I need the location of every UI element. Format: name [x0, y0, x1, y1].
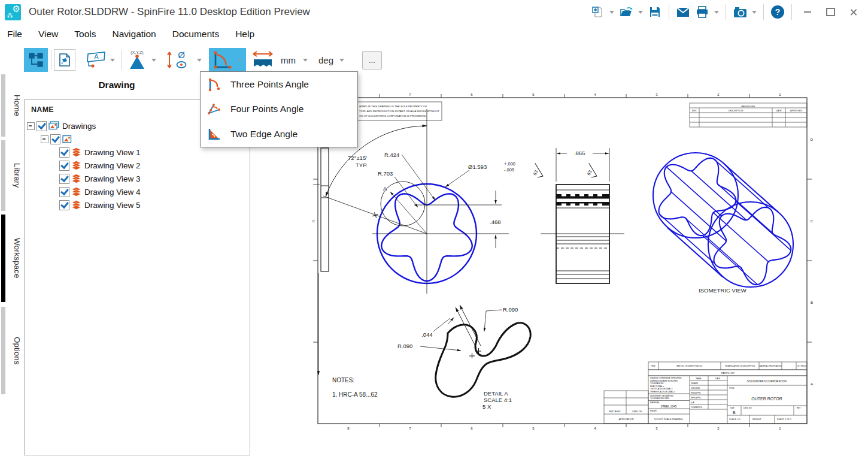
svg-text:1: 1: [779, 427, 781, 430]
tree-label-view: Drawing View 3: [84, 174, 141, 183]
gear-icon: ⚙: [13, 4, 20, 14]
tree-row-view-1[interactable]: Drawing View 1: [25, 146, 250, 159]
new-document-button[interactable]: [590, 4, 605, 20]
open-button[interactable]: [618, 4, 634, 20]
sidebar-tab-options[interactable]: Options: [0, 307, 22, 394]
close-button[interactable]: [843, 4, 863, 20]
diameter-dropdown-chevron[interactable]: [197, 59, 202, 62]
iso-face-b: [714, 207, 791, 285]
sheet-checkbox[interactable]: [50, 134, 60, 144]
view-checkbox[interactable]: [59, 147, 69, 158]
help-button[interactable]: ?: [770, 4, 785, 20]
drawings-checkbox[interactable]: [37, 121, 47, 131]
svg-text:UNLESS OTHERWISE SPECIFIED:: UNLESS OTHERWISE SPECIFIED:: [650, 377, 682, 379]
menu-view[interactable]: View: [38, 29, 58, 40]
svg-text:SOLIDWORKS CORPORATION: SOLIDWORKS CORPORATION: [747, 380, 787, 383]
coordinate-dropdown-chevron[interactable]: [151, 59, 156, 62]
separator: [726, 4, 726, 20]
svg-text:R.090: R.090: [397, 343, 412, 349]
screenshot-dropdown-chevron[interactable]: [752, 11, 757, 14]
view-checkbox[interactable]: [59, 200, 69, 210]
tree-label-drawings: Drawings: [62, 122, 96, 131]
markup-dropdown-chevron[interactable]: [110, 59, 115, 62]
print-button[interactable]: [694, 4, 710, 20]
menu-item-four-points-angle[interactable]: Four Points Angle: [201, 97, 357, 122]
new-document-dropdown-chevron[interactable]: [609, 11, 614, 14]
svg-text:PARTS LIST: PARTS LIST: [721, 372, 735, 375]
menu-item-two-edge-angle[interactable]: Two Edge Angle: [201, 122, 357, 147]
maximize-icon: [826, 8, 835, 16]
angle-measure-button-active[interactable]: [209, 48, 246, 72]
collapse-icon[interactable]: [27, 122, 35, 130]
svg-text:MATERIAL SPECIFICATION: MATERIAL SPECIFICATION: [760, 365, 782, 367]
close-icon: [849, 8, 857, 16]
angle-dropdown-chevron[interactable]: [237, 59, 242, 62]
svg-text:B: B: [733, 410, 736, 415]
sidebar-tab-workspace[interactable]: Workspace: [0, 215, 22, 302]
model-structure-button[interactable]: [24, 48, 48, 72]
tree-row-view-3[interactable]: Drawing View 3: [25, 172, 250, 185]
print-dropdown-chevron[interactable]: [714, 11, 719, 14]
maximize-button[interactable]: [820, 4, 840, 20]
menu-file[interactable]: File: [7, 29, 22, 40]
menu-navigation[interactable]: Navigation: [113, 29, 156, 40]
partial-view-left[interactable]: [313, 148, 329, 375]
appearance-button[interactable]: [54, 49, 75, 71]
save-button[interactable]: [647, 4, 663, 20]
svg-text:5: 5: [532, 427, 535, 430]
drawing-notes: NOTES: 1. HRC-A 58...62: [332, 377, 378, 398]
menu-item-three-points-angle[interactable]: Three Points Angle: [201, 72, 357, 97]
svg-text:STEEL 1045: STEEL 1045: [660, 405, 676, 408]
svg-text:COMMENTS:: COMMENTS:: [691, 406, 703, 409]
svg-text:MFG APPR.: MFG APPR.: [691, 397, 701, 399]
open-dropdown-chevron[interactable]: [638, 11, 643, 14]
svg-text:USED ON: USED ON: [632, 410, 642, 413]
menu-item-label: Four Points Angle: [230, 104, 304, 114]
section-view[interactable]: .865 63 63: [530, 148, 624, 283]
diameter-measure-button[interactable]: Ø: [163, 48, 195, 72]
tree-row-view-5[interactable]: Drawing View 5: [25, 198, 250, 212]
assembly-structure-icon: [28, 52, 44, 68]
svg-text:2: 2: [717, 93, 720, 96]
svg-text:TION. ANY REPRODUCTION IN PART: TION. ANY REPRODUCTION IN PART OR AS A W…: [359, 110, 439, 113]
tab-indicator: [1, 74, 5, 137]
point-coordinate-button[interactable]: (X,Y,Z): [125, 48, 149, 72]
svg-text:TITLE:: TITLE:: [729, 387, 735, 389]
four-points-angle-icon: [207, 102, 221, 116]
svg-text:REV: REV: [797, 407, 800, 409]
view-checkbox[interactable]: [59, 174, 69, 184]
layers-icon: [71, 187, 81, 197]
svg-text:NOTES:: NOTES:: [332, 377, 354, 383]
collapse-icon[interactable]: [41, 135, 48, 143]
svg-text:DO NOT SCALE DRAWING: DO NOT SCALE DRAWING: [654, 418, 683, 421]
tree-row-view-4[interactable]: Drawing View 4: [25, 185, 250, 198]
screenshot-button[interactable]: [732, 4, 748, 20]
markup-note-button[interactable]: A: [84, 48, 108, 72]
svg-text:3: 3: [655, 427, 658, 430]
view-checkbox[interactable]: [59, 187, 69, 197]
svg-text:SHEET 1 OF 1: SHEET 1 OF 1: [777, 418, 791, 421]
layers-icon: [71, 147, 81, 157]
tree-row-view-2[interactable]: Drawing View 2: [25, 159, 250, 172]
new-document-icon: [591, 6, 603, 18]
svg-text:.044: .044: [421, 331, 433, 338]
svg-text:WEIGHT:: WEIGHT:: [752, 418, 761, 421]
isometric-view[interactable]: [653, 153, 793, 287]
sidebar-tab-library[interactable]: Library: [0, 140, 22, 211]
menu-help[interactable]: Help: [235, 29, 254, 40]
mail-icon: [676, 7, 690, 17]
email-button[interactable]: [675, 4, 691, 20]
svg-text:?: ?: [775, 7, 781, 17]
toolbar-separator: [121, 50, 122, 70]
menu-tools[interactable]: Tools: [74, 29, 96, 40]
menu-documents[interactable]: Documents: [172, 29, 219, 40]
xyz-point-icon: (X,Y,Z): [126, 49, 148, 71]
detail-view[interactable]: R.090 .044 R.090 DETAIL A SCALE 4:1 5 X: [397, 305, 530, 410]
svg-text:C: C: [312, 219, 315, 223]
minimize-button[interactable]: [797, 4, 818, 20]
separator: [763, 4, 764, 20]
view-checkbox[interactable]: [59, 161, 69, 171]
sidebar-tab-home[interactable]: Home: [0, 74, 22, 137]
titlebar-actions: ?: [588, 2, 864, 22]
svg-text:ON OF SOLIDWORKS CORPORATION I: ON OF SOLIDWORKS CORPORATION IS PROHIBIT…: [359, 114, 427, 117]
